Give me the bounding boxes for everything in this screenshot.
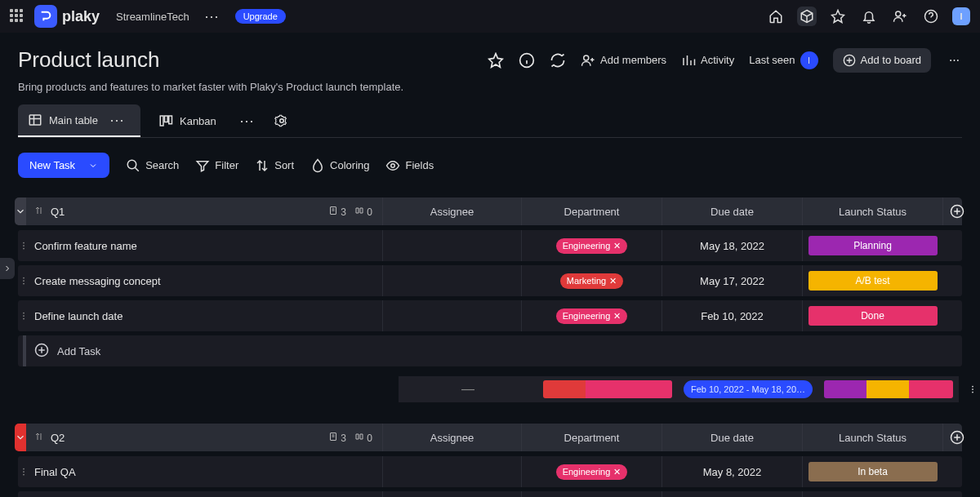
remove-tag-icon[interactable]: ✕	[613, 311, 621, 322]
department-pill[interactable]: Engineering✕	[556, 238, 628, 254]
summary-menu-icon[interactable]	[959, 376, 980, 402]
add-user-icon[interactable]	[890, 7, 910, 26]
cell-assignee[interactable]	[382, 300, 521, 331]
remove-tag-icon[interactable]: ✕	[609, 276, 617, 286]
column-header-due-date[interactable]: Due date	[662, 424, 802, 451]
coloring-button[interactable]: Coloring	[310, 158, 369, 173]
filter-button[interactable]: Filter	[195, 158, 238, 173]
status-pill[interactable]: In beta	[808, 462, 938, 481]
group-drag-icon[interactable]	[34, 206, 44, 218]
sidebar-expand-handle[interactable]	[0, 258, 15, 279]
cell-assignee[interactable]	[382, 491, 521, 497]
task-menu-icon[interactable]	[18, 300, 29, 331]
view-settings-icon[interactable]	[274, 113, 290, 129]
department-pill[interactable]: Engineering✕	[556, 308, 628, 324]
column-header-launch-status[interactable]: Launch Status	[802, 424, 942, 451]
info-icon[interactable]	[519, 52, 535, 69]
task-name[interactable]: Present features docs	[29, 491, 382, 497]
tab-main-table[interactable]: Main table ⋯	[18, 104, 140, 137]
status-pill[interactable]: Planning	[808, 236, 938, 255]
svg-point-18	[23, 280, 24, 282]
svg-point-25	[972, 388, 973, 390]
cell-assignee[interactable]	[382, 456, 521, 487]
task-menu-icon[interactable]	[18, 230, 29, 261]
search-button[interactable]: Search	[126, 158, 179, 173]
task-menu-icon[interactable]	[18, 265, 29, 296]
task-name[interactable]: Define launch date	[29, 300, 382, 331]
task-menu-icon[interactable]	[18, 456, 29, 487]
fields-button[interactable]: Fields	[385, 158, 434, 173]
column-header-assignee[interactable]: Assignee	[382, 424, 521, 451]
column-header-department[interactable]: Department	[521, 424, 662, 451]
tab-main-table-menu-icon[interactable]: ⋯	[105, 111, 131, 129]
help-icon[interactable]	[921, 7, 941, 26]
home-icon[interactable]	[766, 7, 786, 26]
activity-button[interactable]: Activity	[681, 53, 734, 68]
remove-tag-icon[interactable]: ✕	[613, 467, 621, 477]
summary-due-date: Feb 10, 2022 - May 18, 20…	[678, 376, 818, 402]
group-collapse-button[interactable]	[15, 424, 26, 451]
cell-assignee[interactable]	[382, 265, 521, 296]
remove-tag-icon[interactable]: ✕	[613, 241, 621, 251]
task-name[interactable]: Confirm feature name	[29, 230, 382, 261]
cell-department[interactable]: Engineering✕	[521, 300, 662, 331]
group-name[interactable]: Q1	[51, 206, 65, 218]
department-pill[interactable]: Engineering✕	[556, 464, 628, 480]
column-header-department[interactable]: Department	[521, 197, 662, 225]
cell-status[interactable]: Planning	[802, 230, 942, 261]
board-header: Product launch Add members Activity Last…	[18, 47, 962, 73]
views-more-icon[interactable]: ⋯	[234, 112, 261, 130]
cell-assignee[interactable]	[382, 230, 521, 261]
workspace-menu-icon[interactable]: ⋯	[199, 7, 225, 25]
cell-status[interactable]: Done	[802, 300, 942, 331]
group-name[interactable]: Q2	[51, 432, 65, 444]
column-header-due-date[interactable]: Due date	[662, 197, 802, 225]
cell-department[interactable]: Engineering✕	[521, 456, 662, 487]
tab-kanban[interactable]: Kanban	[149, 107, 226, 135]
add-column-button[interactable]	[942, 424, 970, 451]
last-seen-avatar: I	[800, 51, 818, 69]
filter-icon	[195, 158, 210, 173]
user-avatar[interactable]: I	[952, 7, 970, 25]
cell-status[interactable]: Done	[802, 491, 942, 497]
task-row: Final QA Engineering✕ May 8, 2022 In bet…	[18, 456, 962, 487]
workspace-name[interactable]: StreamlineTech	[116, 11, 189, 23]
bell-icon[interactable]	[859, 7, 879, 26]
status-pill[interactable]: A/B test	[808, 271, 938, 291]
sort-button[interactable]: Sort	[255, 158, 294, 173]
cell-due-date[interactable]: May 1, 2022	[662, 491, 802, 497]
add-task-button[interactable]: Add Task	[18, 335, 962, 366]
new-task-button[interactable]: New Task	[18, 153, 109, 178]
column-header-launch-status[interactable]: Launch Status	[802, 197, 942, 225]
group-collapse-button[interactable]	[15, 197, 26, 225]
cell-status[interactable]: In beta	[802, 456, 942, 487]
cell-due-date[interactable]: Feb 10, 2022	[662, 300, 802, 331]
column-header-assignee[interactable]: Assignee	[382, 197, 521, 225]
apps-launcher-icon[interactable]	[10, 9, 24, 24]
star-icon[interactable]	[828, 7, 848, 26]
task-menu-icon[interactable]	[18, 491, 29, 497]
upgrade-button[interactable]: Upgrade	[235, 9, 286, 24]
cell-status[interactable]: A/B test	[802, 265, 942, 296]
group-drag-icon[interactable]	[34, 432, 44, 444]
status-pill[interactable]: Done	[808, 306, 938, 326]
sync-icon[interactable]	[550, 52, 566, 69]
cell-due-date[interactable]: May 8, 2022	[662, 456, 802, 487]
department-pill[interactable]: Marketing✕	[560, 273, 623, 289]
favorite-star-icon[interactable]	[488, 52, 504, 69]
last-seen[interactable]: Last seen I	[749, 51, 817, 69]
cell-department[interactable]: Marketing✕	[521, 265, 662, 296]
cell-department[interactable]: Engineering✕	[521, 230, 662, 261]
cell-due-date[interactable]: May 17, 2022	[662, 265, 802, 296]
cell-due-date[interactable]: May 18, 2022	[662, 230, 802, 261]
logo-text: plaky	[62, 8, 100, 25]
board-more-icon[interactable]: ⋯	[946, 52, 962, 69]
add-column-button[interactable]	[942, 197, 970, 225]
task-name[interactable]: Create messaging concept	[29, 265, 382, 296]
add-to-board-button[interactable]: Add to board	[833, 48, 931, 73]
task-name[interactable]: Final QA	[29, 456, 382, 487]
cell-department[interactable]: Sales✕	[521, 491, 662, 497]
package-icon[interactable]	[797, 7, 817, 26]
add-members-button[interactable]: Add members	[581, 53, 666, 68]
logo[interactable]: plaky	[34, 5, 100, 28]
